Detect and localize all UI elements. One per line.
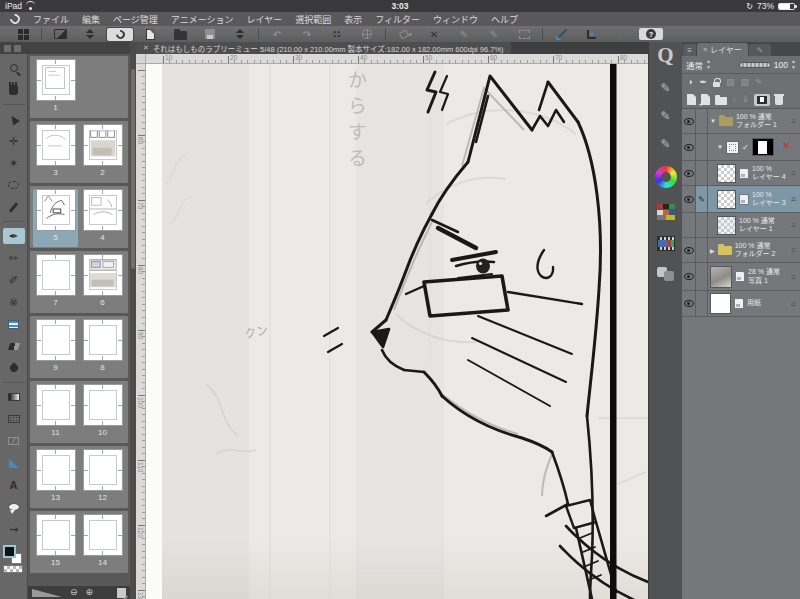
snap-ruler-button[interactable] <box>546 26 576 42</box>
selection-launcher-button[interactable] <box>509 26 539 42</box>
register-button[interactable] <box>352 26 382 42</box>
draw-vector-button[interactable]: ✎ <box>449 26 479 42</box>
drag-handle-icon[interactable]: ≡ <box>791 272 798 282</box>
visibility-eye-icon[interactable] <box>684 247 694 254</box>
tool-property-icon[interactable]: ✎ <box>660 110 670 122</box>
snap-grid-button[interactable]: ↓ <box>606 26 636 42</box>
tool-eraser[interactable] <box>3 338 25 354</box>
chevron-down-icon[interactable]: ▼ <box>717 144 723 150</box>
layer-row-folder-2[interactable]: ▶ 100 % 通常フォルダー 2 ≡ <box>682 238 800 263</box>
tool-gradient[interactable] <box>3 389 25 405</box>
layer-row-photo-1[interactable]: 28 % 通常写真 1 ≡ <box>682 263 800 291</box>
transform-button[interactable]: ✕ <box>419 26 449 42</box>
tool-tone[interactable] <box>3 411 25 427</box>
tool-pencil[interactable]: ✏ <box>3 250 25 266</box>
redo-button[interactable]: ↷ <box>292 26 322 42</box>
page-slot[interactable]: 9 <box>33 319 78 377</box>
opacity-slider[interactable] <box>739 62 771 68</box>
menu-help[interactable]: ヘルプ <box>491 13 518 26</box>
tool-airbrush[interactable]: ※ <box>3 294 25 310</box>
palette-mini-button[interactable] <box>14 45 21 52</box>
opacity-stepper[interactable]: ▲▼ <box>791 59 796 70</box>
chevron-down-icon[interactable]: ▼ <box>710 118 716 124</box>
menu-edit[interactable]: 編集 <box>82 13 100 26</box>
layer-row-folder-1[interactable]: ▼ 100 % 通常フォルダー 1 ≡ <box>682 109 800 134</box>
layer-row-layer-1[interactable]: 100 % 通常レイヤー 1 ≡ <box>682 213 800 238</box>
sub-tool-icon[interactable]: ✎ <box>660 82 670 94</box>
merge-down-icon[interactable]: ⇓ <box>742 95 750 104</box>
palette-dock-button[interactable] <box>8 26 38 42</box>
bar-stepper-2[interactable] <box>225 26 255 42</box>
menu-animation[interactable]: アニメーション <box>171 13 234 26</box>
undo-button[interactable]: ↶ <box>262 26 292 42</box>
tool-pen-selected[interactable]: ✒ <box>3 228 25 244</box>
reference-layer-icon[interactable]: ▧ <box>726 78 735 87</box>
help-button[interactable]: ? <box>636 26 666 42</box>
blend-mode-select[interactable]: 通常 <box>686 59 703 71</box>
tool-line-fix[interactable]: ⇝ <box>3 521 25 537</box>
lock-layer-icon[interactable] <box>713 82 720 87</box>
page-slot[interactable]: 10 <box>80 384 125 442</box>
photo-layer-thumbnail[interactable] <box>710 266 732 288</box>
drag-handle-icon[interactable]: ≡ <box>791 299 798 309</box>
visibility-eye-icon[interactable] <box>684 118 694 125</box>
visibility-eye-icon[interactable] <box>684 170 694 177</box>
color-history-icon[interactable] <box>657 236 675 251</box>
new-vector-layer-icon[interactable] <box>701 94 710 105</box>
material-icon[interactable] <box>657 267 675 281</box>
drag-handle-icon[interactable]: ≡ <box>791 194 798 204</box>
menu-layer[interactable]: レイヤー <box>247 13 283 26</box>
blend-stepper[interactable]: ▲▼ <box>706 59 711 70</box>
layer-mask-thumbnail[interactable] <box>752 138 774 156</box>
menu-window[interactable]: ウィンドウ <box>433 13 478 26</box>
tool-text[interactable]: A <box>3 477 25 493</box>
save-button[interactable] <box>195 26 225 42</box>
tool-auto-select[interactable]: ✶ <box>3 155 25 171</box>
tool-blend[interactable] <box>3 360 25 376</box>
page-slot[interactable]: 4 <box>80 189 125 247</box>
draft-layer-icon[interactable]: ▨ <box>741 78 750 87</box>
zoom-out-icon[interactable]: ⊖ <box>70 588 78 597</box>
new-folder-icon[interactable] <box>715 97 727 105</box>
layer-row-layer-3-selected[interactable]: ✎ 100 %レイヤー 3 ≡ <box>682 186 800 213</box>
panel-menu-icon[interactable]: ≡ <box>683 44 696 56</box>
visibility-eye-icon[interactable] <box>684 273 694 280</box>
transparent-color-swatch[interactable] <box>3 565 23 573</box>
tab-layer-property[interactable]: ✎ <box>749 44 771 56</box>
thumbnail-size-slider[interactable] <box>32 589 62 597</box>
page-slot[interactable]: 2 <box>80 124 125 182</box>
layer-thumbnail[interactable] <box>717 190 736 209</box>
new-file-button[interactable] <box>135 26 165 42</box>
tool-brush[interactable]: ✐ <box>3 272 25 288</box>
workspace-button[interactable] <box>45 26 75 42</box>
tool-decoration[interactable] <box>3 316 25 332</box>
page-slot[interactable]: 12 <box>80 449 125 507</box>
zoom-in-icon[interactable]: ⊕ <box>86 588 94 597</box>
palette-mini-button[interactable] <box>4 45 11 52</box>
page-slot[interactable]: 14 <box>80 514 125 572</box>
tool-lasso[interactable] <box>3 177 25 193</box>
scatter-button[interactable]: ∷ <box>322 26 352 42</box>
drag-handle-icon[interactable]: ≡ <box>791 168 798 178</box>
menu-page-manage[interactable]: ページ管理 <box>113 13 158 26</box>
tool-balloon[interactable] <box>3 499 25 515</box>
color-wheel-icon[interactable] <box>655 166 677 188</box>
tab-layers[interactable]: ≡ レイヤー <box>697 43 748 56</box>
clip-studio-button[interactable] <box>105 26 135 42</box>
menu-view[interactable]: 表示 <box>344 13 362 26</box>
bar-stepper-1[interactable] <box>75 26 105 42</box>
visibility-eye-icon[interactable] <box>684 196 694 203</box>
layer-mask-button[interactable] <box>754 94 770 106</box>
draw-raster-button[interactable]: ✎ <box>479 26 509 42</box>
snap-special-ruler-button[interactable] <box>576 26 606 42</box>
enable-mask-icon[interactable]: ✎ <box>755 78 763 87</box>
edit-page-icon[interactable] <box>117 588 126 598</box>
layer-row-paper[interactable]: 用紙 ≡ <box>682 291 800 317</box>
chevron-right-icon[interactable]: ▶ <box>710 247 715 254</box>
page-slot-selected[interactable]: 5 <box>33 189 78 247</box>
tool-hand[interactable] <box>3 82 25 98</box>
page-slot[interactable]: 15 <box>33 514 78 572</box>
document-tab[interactable]: ✕ それはもしものラブリーミュー 5/48 (210.00 x 210.00mm… <box>136 42 511 54</box>
tool-operate[interactable] <box>3 111 25 127</box>
layer-thumbnail[interactable] <box>717 164 736 183</box>
